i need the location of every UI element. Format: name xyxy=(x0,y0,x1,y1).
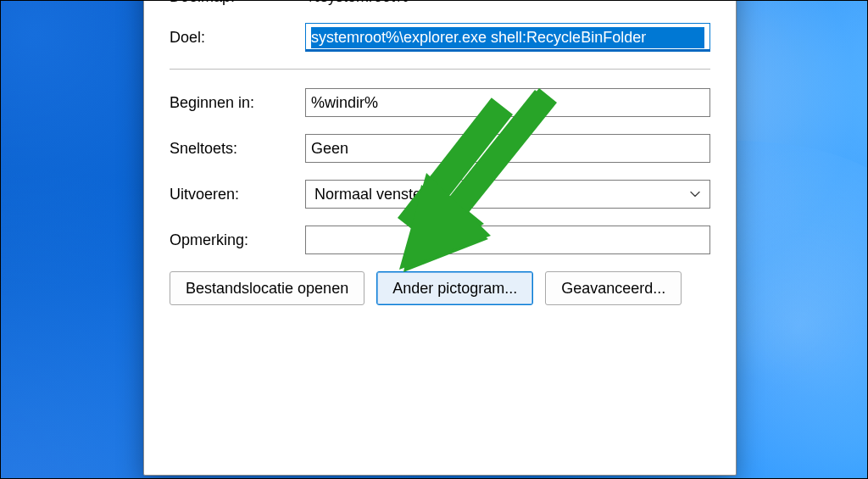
button-row: Bestandslocatie openen Ander pictogram..… xyxy=(170,271,710,305)
target-label: Doel: xyxy=(170,29,305,47)
start-in-row: Beginnen in: xyxy=(170,88,710,117)
comment-input[interactable] xyxy=(305,226,710,254)
comment-label: Opmerking: xyxy=(170,231,305,249)
run-label: Uitvoeren: xyxy=(170,186,305,203)
target-folder-row: Doelmap: %systemroot% xyxy=(170,0,710,6)
target-folder-label: Doelmap: xyxy=(170,0,305,6)
advanced-button[interactable]: Geavanceerd... xyxy=(545,271,682,305)
target-row: Doel: systemroot%\explorer.exe shell:Rec… xyxy=(170,23,710,52)
target-input-text: systemroot%\explorer.exe shell:RecycleBi… xyxy=(311,27,704,48)
start-in-label: Beginnen in: xyxy=(170,94,305,112)
run-select-value: Normaal venster xyxy=(314,186,426,203)
shortcut-key-input[interactable] xyxy=(305,134,710,163)
open-file-location-button[interactable]: Bestandslocatie openen xyxy=(170,271,364,305)
target-input[interactable]: systemroot%\explorer.exe shell:RecycleBi… xyxy=(305,23,710,52)
comment-row: Opmerking: xyxy=(170,226,710,254)
start-in-input[interactable] xyxy=(305,88,710,117)
chevron-down-icon xyxy=(689,188,701,200)
shortcut-key-row: Sneltoets: xyxy=(170,134,710,163)
run-row: Uitvoeren: Normaal venster xyxy=(170,180,710,209)
shortcut-properties-dialog: Doelmap: %systemroot% Doel: systemroot%\… xyxy=(143,0,737,476)
section-divider xyxy=(170,69,710,70)
shortcut-key-label: Sneltoets: xyxy=(170,140,305,158)
change-icon-button[interactable]: Ander pictogram... xyxy=(376,271,533,305)
target-folder-value: %systemroot% xyxy=(305,0,710,6)
run-select[interactable]: Normaal venster xyxy=(305,180,710,209)
